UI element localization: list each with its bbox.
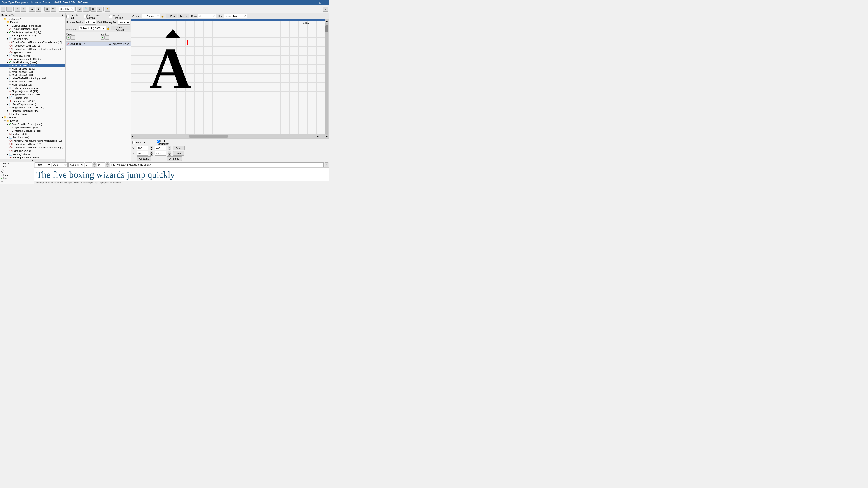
up-btn[interactable]: ▲ (29, 6, 35, 11)
canvas-right-scrollbar[interactable]: ▲ ▼ (324, 19, 329, 138)
ignore-lig-checkbox[interactable] (109, 15, 112, 18)
x2-up-btn[interactable]: ▲ (168, 146, 171, 148)
tree-item-cyrl-default[interactable]: ▼ 📂 Default (0, 21, 65, 24)
tree-item-onum-ss2[interactable]: S SingleSubstitution2 (14/14) (0, 93, 65, 96)
y-up-btn[interactable]: ▲ (150, 151, 153, 153)
tree-item-frac-lig[interactable]: ⬡ Ligature2 (20/20) (0, 51, 65, 54)
tree-item-liga[interactable]: ▼ ✓ StandardLigatures1 (liga) (0, 109, 65, 112)
next-btn[interactable]: Next > (178, 14, 189, 18)
clear-subtable-btn[interactable]: Clear Subtable (111, 26, 130, 31)
zoom-select[interactable]: 35.00% (59, 6, 74, 11)
minimize-btn[interactable]: — (313, 1, 318, 4)
lock-circ-checkbox[interactable] (157, 140, 160, 142)
new-btn[interactable]: + (1, 6, 5, 11)
lock-a-label[interactable]: Lock (132, 141, 141, 144)
select-btn[interactable]: ▣ (44, 6, 50, 11)
x-down-btn[interactable]: ▼ (150, 148, 153, 151)
add-preview-btn[interactable]: + (324, 162, 328, 167)
h-scrollbar-thumb[interactable] (189, 135, 228, 138)
tree-item-mark-base3[interactable]: M MarkToBase3 (928) (0, 70, 65, 73)
move-btn[interactable]: ✥ (21, 6, 26, 11)
base-add-btn[interactable]: + (66, 35, 70, 39)
tree-item-latn-frac[interactable]: ▼ 📄 Fractions (frac) (0, 135, 65, 139)
mark-select[interactable]: circumflex (224, 14, 247, 18)
scroll-down-arrow[interactable]: ▼ (325, 135, 329, 138)
tree-item-frac[interactable]: ▼ 📄 Fractions (frac) (0, 37, 65, 40)
maximize-btn[interactable]: □ (318, 1, 322, 4)
x-up-btn[interactable]: ▲ (150, 146, 153, 148)
window-controls[interactable]: — □ ✕ (313, 1, 327, 4)
grid-btn[interactable]: ▦ (90, 6, 96, 11)
right-to-left-label[interactable]: Right to Left (66, 14, 83, 19)
tree-item-latn-kern[interactable]: ▼ 📄 Kerning1 (kern) (0, 153, 65, 156)
tree-item-latn-clig-sub[interactable]: L Ligature4 (3/3) (0, 132, 65, 135)
tree-item-latn-frac-den[interactable]: ⬡ FractionContextDenominatorsParentheses… (0, 146, 65, 149)
tree-item-mkmk2[interactable]: M MarkToMark2 (16) (0, 83, 65, 86)
scroll-up-btn[interactable]: ▲ (61, 13, 64, 17)
x-field[interactable] (137, 146, 148, 151)
ignore-lig-label[interactable]: Ignore Ligatures (109, 14, 130, 19)
down-btn[interactable]: ▼ (36, 6, 41, 11)
some-field[interactable] (85, 162, 92, 167)
cursor-btn[interactable]: ↖ (15, 6, 20, 11)
y2-up-btn[interactable]: ▲ (168, 151, 171, 153)
delete-btn[interactable]: — (6, 6, 12, 11)
preview-text-input[interactable]: The five boxing wizards jump quickly (110, 162, 324, 167)
tree-item-mark-base2[interactable]: M MarkToBase2 (2980) (0, 67, 65, 70)
reset-btn[interactable]: Reset (173, 146, 185, 151)
tree-item-latin[interactable]: ▶ 📁 Latin (latn) (0, 116, 65, 119)
tree-item-latn-kern-sub[interactable]: AV PairAdjustment1 (31/2687) (0, 156, 65, 159)
all-same-btn-2[interactable]: All Same (167, 156, 182, 161)
settings-btn[interactable]: ⚙ (323, 6, 328, 11)
tree-item-smcp[interactable]: ▼ 📄 SmallCapitals (smcp) (0, 103, 65, 106)
tree-item-mark-base4[interactable]: M MarkToBase4 (928) (0, 73, 65, 76)
y2-field[interactable] (155, 151, 166, 156)
canvas-bottom-scrollbar[interactable]: ◀ ▶ (131, 134, 324, 138)
tree-item-liga-lig7[interactable]: L Ligature7 (4/4) (0, 112, 65, 116)
zoom-fit-btn[interactable]: ⊡ (77, 6, 82, 11)
tree-item-latn-frac-lig[interactable]: ⬡ Ligature2 (20/20) (0, 149, 65, 153)
tag-frac[interactable]: frac (0, 171, 34, 174)
tree-item-mark-base1[interactable]: M MarkToBase1 (16390) (0, 64, 65, 67)
tree-item-latn-case-sub[interactable]: A SingleAdjustment1 (9/9) (0, 126, 65, 129)
mark-add-btn[interactable]: + (101, 35, 105, 39)
tree-item-clig-sub[interactable]: A PairAdjustment1 (3/3) (0, 34, 65, 37)
mark-remove-btn[interactable]: — (105, 35, 109, 39)
scroll-left-arrow[interactable]: ◀ (131, 135, 134, 138)
tree-item-ordn-cc1[interactable]: C ChainingContext1 (6) (0, 99, 65, 103)
y-down-btn[interactable]: ▼ (150, 153, 153, 156)
mode2-select[interactable]: Auto (52, 162, 68, 167)
tag-mark[interactable]: mark (0, 184, 34, 184)
tree-item-mkmk1[interactable]: M MarkToMark1 (484) (0, 80, 65, 83)
tree-item-kern[interactable]: ▼ 📄 Kerning1 (kern) (0, 54, 65, 57)
tree-item-onum-sa2[interactable]: S SingleAdjustment2 (7/7) (0, 90, 65, 93)
ignore-base-label[interactable]: Ignore Base Glyphs (84, 14, 108, 19)
mode3-select[interactable]: Custom (68, 162, 84, 167)
tree-item-case[interactable]: ▼ ✓ CaseSensitiveForms (case) (0, 24, 65, 27)
clear-btn[interactable]: Clear (173, 151, 184, 156)
close-btn[interactable]: ✕ (323, 1, 327, 4)
right-to-left-checkbox[interactable] (66, 15, 69, 18)
tree-item-frac-den[interactable]: ⬡ FractionContextDenominatorsParentheses… (0, 47, 65, 51)
x2-field[interactable] (155, 146, 166, 151)
zoom-in-btn[interactable]: 🔍 (83, 6, 90, 11)
tree-item-latn-frac-num[interactable]: ⬡ FractionContextNumeratorsParentheses (… (0, 139, 65, 142)
lock-a-checkbox[interactable] (132, 141, 135, 144)
x2-down-btn[interactable]: ▼ (168, 148, 171, 151)
tag-liga[interactable]: ✓liga (0, 177, 34, 180)
tree-item-mkmk[interactable]: ▼ 📄 MarkToMarkPositioning (mkmk) (0, 76, 65, 80)
v-scrollbar-thumb[interactable] (326, 25, 328, 32)
y2-down-btn[interactable]: ▼ (168, 153, 171, 156)
mode1-select[interactable]: Auto (35, 162, 51, 167)
tree-item-case-sub[interactable]: A SingleAdjustment1 (9/9) (0, 27, 65, 31)
lock-circ-label[interactable]: Lock (157, 140, 169, 142)
table-btn[interactable]: ⊞ (97, 6, 102, 11)
tree-item-kern-sub[interactable]: AV PairAdjustment1 (31/2687) (0, 57, 65, 61)
tree-item-smcp-ss1[interactable]: S SingleSubstitution1 (239/239) (0, 106, 65, 109)
tree-item-cyrillic[interactable]: ▶ 📁 Cyrillic (cyrl) (0, 17, 65, 21)
prev-spin-up[interactable]: ▲ (93, 162, 96, 165)
left-scroll-down[interactable]: ▼ (0, 159, 65, 162)
prev-spin-down[interactable]: ▼ (93, 165, 96, 167)
tree-item-frac-num[interactable]: ⬡ FractionContextNumeratorsParentheses (… (0, 40, 65, 44)
scroll-up-arrow[interactable]: ▲ (325, 19, 329, 23)
